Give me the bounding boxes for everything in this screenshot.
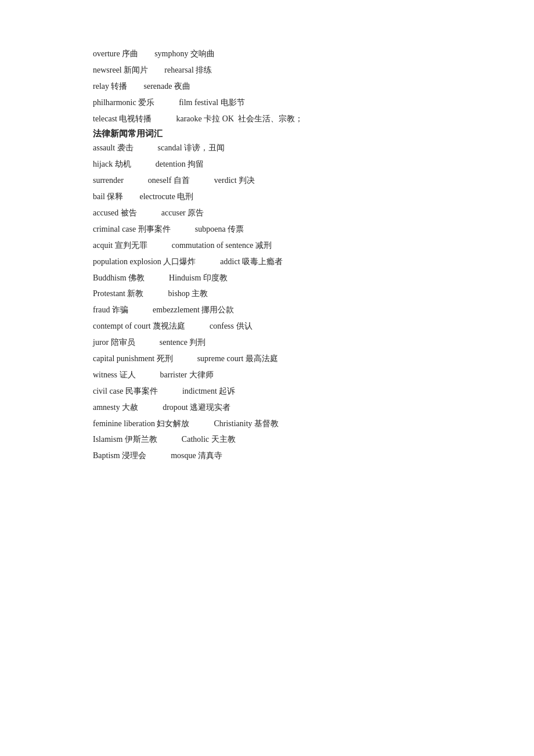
line17: fraud 诈骗 embezzlement 挪用公款 [93,303,441,318]
line13: acquit 宣判无罪 commutation of sentence 减刑 [93,238,441,253]
line4: philharmonic 爱乐 film festival 电影节 [93,95,441,110]
line6: 法律新闻常用词汇 [93,128,441,139]
line16: Protestant 新教 bishop 主教 [93,286,441,301]
line8: hijack 劫机 detention 拘留 [93,157,441,172]
line2: newsreel 新闻片 rehearsal 排练 [93,63,441,78]
line5: telecast 电视转播 karaoke 卡拉 OK 社会生活、宗教； [93,111,441,127]
main-content: overture 序曲 symphony 交响曲newsreel 新闻片 reh… [0,0,534,511]
line14: population explosion 人口爆炸 addict 吸毒上瘾者 [93,254,441,269]
line3: relay 转播 serenade 夜曲 [93,79,441,94]
line15: Buddhism 佛教 Hinduism 印度教 [93,271,441,286]
line7: assault 袭击 scandal 诽谤，丑闻 [93,141,441,156]
line10: bail 保释 electrocute 电刑 [93,189,441,204]
line9: surrender oneself 自首 verdict 判决 [93,173,441,188]
line22: civil case 民事案件 indictment 起诉 [93,384,441,399]
line24: feminine liberation 妇女解放 Christianity 基督… [93,416,441,431]
line12: criminal case 刑事案件 subpoena 传票 [93,222,441,237]
line11: accused 被告 accuser 原告 [93,206,441,221]
line1: overture 序曲 symphony 交响曲 [93,46,441,62]
line20: capital punishment 死刑 supreme court 最高法庭 [93,351,441,366]
line26: Baptism 浸理会 mosque 清真寺 [93,448,441,463]
line18: contempt of court 蔑视法庭 confess 供认 [93,319,441,334]
line25: Islamism 伊斯兰教 Catholic 天主教 [93,432,441,447]
line19: juror 陪审员 sentence 判刑 [93,335,441,350]
line23: amnesty 大赦 dropout 逃避现实者 [93,400,441,415]
line21: witness 证人 barrister 大律师 [93,368,441,383]
